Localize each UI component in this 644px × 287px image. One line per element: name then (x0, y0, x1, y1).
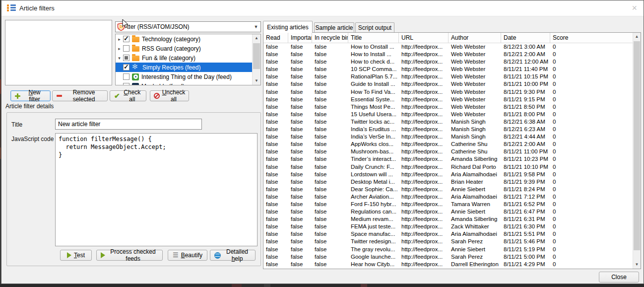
expand-arrow-icon[interactable]: ▸ (116, 37, 123, 42)
tree-checkbox[interactable] (123, 55, 129, 61)
tree-row[interactable]: ▸ RSS Guard (category) (116, 44, 252, 53)
chevron-down-icon[interactable]: ▼ (252, 24, 260, 29)
lines-icon: ☰ (173, 252, 179, 258)
table-row[interactable]: false false false Archer Aviation... htt… (263, 193, 633, 201)
expand-arrow-icon[interactable]: ▾ (116, 56, 123, 61)
tree-scrollbar-thumb[interactable] (253, 43, 260, 69)
table-row[interactable]: false false false Daily Crunch: F... htt… (263, 163, 633, 171)
feeds-tree-viewport: ▸ Technology (category) ▸ RSS Guard (cat… (116, 34, 252, 85)
mouse-cursor (122, 19, 129, 29)
tree-row[interactable]: Interesting Thing of the Day (feed) (116, 72, 252, 81)
beautify-button[interactable]: ☰ Beautify (168, 250, 207, 261)
table-row[interactable]: false false false Ford F-150 hybr... htt… (263, 201, 633, 208)
column-header-score[interactable]: Score (550, 33, 633, 43)
column-header-url[interactable]: URL (399, 33, 449, 43)
remove-selected-button[interactable]: Remove selected (52, 90, 108, 101)
filter-list-item[interactable] (5, 20, 112, 23)
table-row[interactable]: false false false Mushroom-bas... http:/… (263, 148, 633, 155)
uncheck-all-button[interactable]: Uncheck all (150, 90, 189, 101)
column-header-date[interactable]: Date (501, 33, 550, 43)
filter-list[interactable] (5, 20, 112, 85)
no-entry-icon (154, 93, 160, 99)
table-row[interactable]: false false false How to check d... http… (263, 58, 633, 66)
check-all-button[interactable]: ✔ Check all (110, 90, 146, 101)
play-icon (101, 252, 105, 258)
expand-arrow-icon[interactable]: ▸ (116, 46, 123, 51)
table-row[interactable]: false false false How To Find Va... http… (263, 88, 633, 96)
table-row[interactable]: false false false Hear how Cityb... http… (263, 261, 633, 268)
table-row[interactable]: false false false Guide to Install ... h… (263, 80, 633, 88)
table-row[interactable]: false false false Google launche... http… (263, 253, 633, 261)
dialog-content: tter (RSS/ATOM/JSON) ▼ ▸ Technology (cat… (1, 16, 644, 284)
table-row[interactable]: false false false RationalPlan 5.7... ht… (263, 73, 633, 80)
recipes-icon (132, 64, 140, 71)
table-row[interactable]: false false false Space manufac... http:… (263, 230, 633, 238)
tree-row-label: Interesting Thing of the Day (feed) (141, 73, 232, 80)
scroll-down-icon[interactable]: ▼ (253, 77, 260, 85)
tab-sample-article[interactable]: Sample article (314, 22, 354, 33)
title-input[interactable] (55, 119, 202, 130)
column-header-important[interactable]: Important (288, 33, 312, 43)
window-close-icon[interactable]: × (632, 2, 637, 13)
table-header: Read Important In recycle bin Title URL … (263, 33, 633, 43)
table-row[interactable]: false false false Dear Sophie: Ca... htt… (263, 186, 633, 193)
play-icon (67, 252, 71, 258)
tree-row[interactable]: Simply Recipes (feed) (116, 63, 252, 72)
table-row[interactable]: false false false FEMA just teste... htt… (263, 223, 633, 230)
column-header-read[interactable]: Read (263, 33, 288, 43)
tree-checkbox[interactable] (123, 36, 129, 42)
javascript-code-editor[interactable]: function filterMessage() { return Messag… (55, 133, 258, 246)
scroll-up-icon[interactable]: ▲ (253, 34, 260, 42)
tab-existing-articles[interactable]: Existing articles (263, 21, 313, 33)
details-section-label: Article filter details (5, 103, 54, 110)
table-row[interactable]: false false false Regulations can... htt… (263, 208, 633, 215)
tree-row-label: Simply Recipes (feed) (142, 64, 200, 71)
article-filters-dialog: Article filters × tter (RSS/ATOM/JSON) ▼… (1, 0, 644, 284)
table-row[interactable]: false false false Medium revam... http:/… (263, 215, 633, 223)
tree-checkbox[interactable] (123, 45, 129, 52)
table-row[interactable]: false false false Lordstown will ... htt… (263, 171, 633, 178)
detailed-help-button[interactable]: Detailed help (210, 250, 256, 261)
new-filter-button[interactable]: New filter (10, 90, 51, 101)
table-row[interactable]: false false false Essential Syste... htt… (263, 96, 633, 103)
tab-script-output[interactable]: Script output (355, 22, 394, 33)
table-scrollbar-thumb[interactable] (634, 41, 640, 250)
table-row[interactable]: false false false Things Most Pe... http… (263, 103, 633, 111)
article-filters-icon (7, 4, 16, 12)
minus-icon (57, 95, 62, 97)
scroll-down-icon[interactable]: ▼ (633, 261, 641, 269)
titlebar: Article filters × (1, 0, 644, 16)
table-row[interactable]: false false false India’s Eruditus ... h… (263, 126, 633, 133)
account-combobox[interactable]: tter (RSS/ATOM/JSON) ▼ (115, 21, 261, 32)
table-row[interactable]: false false false 15 Useful Usera... htt… (263, 111, 633, 118)
account-combobox-label: tter (RSS/ATOM/JSON) (127, 23, 252, 30)
table-row[interactable]: false false false How to Install ... htt… (263, 51, 633, 58)
scroll-up-icon[interactable]: ▲ (633, 33, 641, 41)
column-header-title[interactable]: Title (348, 33, 399, 43)
tree-checkbox[interactable] (123, 73, 129, 80)
feeds-tree: ▸ Technology (category) ▸ RSS Guard (cat… (115, 34, 261, 85)
table-row[interactable]: false false false India’s VerSe In... ht… (263, 133, 633, 141)
table-row[interactable]: false false false How to Onstall ... htt… (263, 43, 633, 51)
table-row[interactable]: false false false Tinder’s interact... h… (263, 155, 633, 163)
folder-icon (132, 37, 139, 42)
tree-scrollbar[interactable]: ▲ ▼ (252, 34, 260, 85)
table-row[interactable]: false false false Twitter redesign... ht… (263, 238, 633, 245)
close-button[interactable]: Close (599, 272, 639, 283)
tree-row[interactable]: ▾ Fun & life (category) (116, 53, 252, 63)
tree-checkbox[interactable] (123, 64, 129, 71)
tree-row[interactable]: Mashable (feed) (116, 81, 252, 85)
table-row[interactable]: false false false AppWorks clos... http:… (263, 141, 633, 148)
tree-checkbox[interactable] (123, 83, 129, 85)
column-header-recycle[interactable]: In recycle bin (312, 33, 348, 43)
column-header-author[interactable]: Author (449, 33, 501, 43)
table-row[interactable]: false false false Desktop Metal i... htt… (263, 178, 633, 186)
tree-row[interactable]: ▸ Technology (category) (116, 34, 252, 44)
tree-row-label: Technology (category) (142, 36, 200, 43)
test-button[interactable]: Test (60, 250, 92, 261)
table-row[interactable]: false false false Twitter locks ac... ht… (263, 118, 633, 126)
table-row[interactable]: false false false The gray revolu... htt… (263, 246, 633, 253)
process-checked-feeds-button[interactable]: Process checked feeds (96, 250, 163, 261)
table-scrollbar[interactable]: ▲ ▼ (633, 33, 641, 269)
table-row[interactable]: false false false 10 SCP Comma... http:/… (263, 66, 633, 73)
